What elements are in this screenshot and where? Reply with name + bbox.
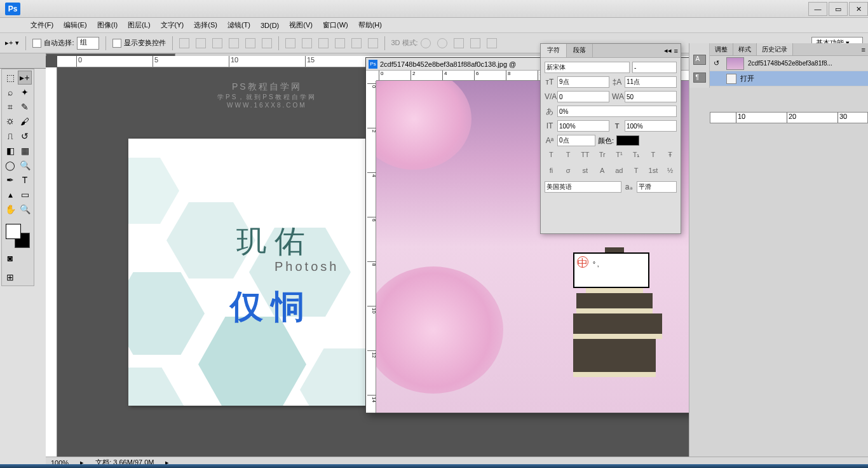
tab-character[interactable]: 字符 bbox=[541, 44, 567, 57]
stamp-tool-icon[interactable]: ⎍ bbox=[3, 129, 17, 143]
lasso-tool-icon[interactable]: ⌕ bbox=[3, 85, 17, 99]
menu-filter[interactable]: 滤镜(T) bbox=[222, 18, 255, 32]
minimize-button[interactable]: — bbox=[808, 2, 827, 16]
history-brush-tool-icon[interactable]: ↺ bbox=[18, 129, 32, 143]
pen-tool-icon[interactable]: ✒ bbox=[3, 173, 17, 187]
ot-ligatures[interactable]: fi bbox=[545, 167, 557, 177]
hscale-input[interactable] bbox=[625, 120, 677, 132]
dodge-tool-icon[interactable]: 🔍 bbox=[18, 158, 32, 172]
move-tool-icon[interactable]: ▸+ bbox=[18, 71, 32, 85]
tracking-input[interactable] bbox=[625, 91, 677, 102]
path-select-tool-icon[interactable]: ▴ bbox=[3, 188, 17, 202]
style-superscript[interactable]: T¹ bbox=[613, 151, 625, 161]
ot-ordinals[interactable]: 1st bbox=[648, 167, 659, 177]
pan-icon[interactable] bbox=[454, 38, 464, 48]
font-size-input[interactable] bbox=[557, 76, 609, 88]
history-step-open[interactable]: 打开 bbox=[710, 71, 868, 86]
tab-styles[interactable]: 样式 bbox=[733, 43, 757, 55]
tool-preset-dropdown[interactable]: ▾ bbox=[15, 39, 19, 47]
style-underline[interactable]: T bbox=[648, 151, 659, 161]
distribute-icon[interactable] bbox=[351, 38, 362, 48]
distribute-icon[interactable] bbox=[285, 38, 295, 48]
character-panel[interactable]: 字符 段落 ◂◂≡ тT ‡A V/A WA あ IT T bbox=[540, 43, 681, 234]
distribute-icon[interactable] bbox=[368, 38, 378, 48]
auto-select-checkbox[interactable] bbox=[32, 39, 41, 48]
menu-layer[interactable]: 图层(L) bbox=[123, 18, 155, 32]
panel-menu-icon[interactable]: ≡ bbox=[674, 47, 678, 55]
ot-fractions[interactable]: ½ bbox=[665, 167, 676, 177]
menu-edit[interactable]: 编辑(E) bbox=[58, 18, 92, 32]
vscale-input[interactable] bbox=[557, 120, 609, 132]
brush-tool-icon[interactable]: 🖌 bbox=[18, 114, 32, 128]
style-strikethrough[interactable]: Ŧ bbox=[665, 151, 676, 161]
quickmask-icon[interactable]: ◙ bbox=[3, 251, 17, 265]
tab-history[interactable]: 历史记录 bbox=[757, 43, 793, 55]
ot-swash[interactable]: A bbox=[597, 167, 608, 177]
align-vcenter-icon[interactable] bbox=[196, 38, 206, 48]
gradient-tool-icon[interactable]: ▦ bbox=[18, 144, 32, 158]
ot-titling[interactable]: T bbox=[630, 167, 642, 177]
distribute-icon[interactable] bbox=[318, 38, 329, 48]
auto-select-target[interactable]: 组 bbox=[77, 37, 99, 50]
char-panel-icon[interactable]: A bbox=[693, 55, 706, 65]
align-right-icon[interactable] bbox=[262, 38, 272, 48]
align-bottom-icon[interactable] bbox=[212, 38, 222, 48]
history-source[interactable]: ↺ 2cdf51748b452e8bef3a81f8... bbox=[710, 56, 868, 71]
align-top-icon[interactable] bbox=[179, 38, 189, 48]
distribute-icon[interactable] bbox=[302, 38, 312, 48]
slide-icon[interactable] bbox=[470, 38, 480, 48]
menu-help[interactable]: 帮助(H) bbox=[353, 18, 387, 32]
leading-input[interactable] bbox=[625, 76, 677, 88]
blur-tool-icon[interactable]: ◯ bbox=[3, 158, 17, 172]
ot-discretionary[interactable]: st bbox=[580, 167, 591, 177]
magic-wand-tool-icon[interactable]: ✦ bbox=[18, 85, 32, 99]
style-smallcaps[interactable]: Tr bbox=[597, 151, 608, 161]
tab-paragraph[interactable]: 段落 bbox=[567, 44, 593, 57]
marquee-tool-icon[interactable]: ⬚ bbox=[3, 71, 17, 85]
menu-select[interactable]: 选择(S) bbox=[189, 18, 222, 32]
menu-view[interactable]: 视图(V) bbox=[284, 18, 318, 32]
healing-tool-icon[interactable]: ⛭ bbox=[3, 114, 17, 128]
roll-icon[interactable] bbox=[437, 38, 447, 48]
close-button[interactable]: ✕ bbox=[849, 2, 868, 16]
maximize-button[interactable]: ▭ bbox=[829, 2, 848, 16]
style-bold[interactable]: T bbox=[545, 151, 557, 161]
para-panel-icon[interactable]: ¶ bbox=[693, 72, 706, 83]
tsume-input[interactable] bbox=[557, 106, 677, 117]
collapse-icon[interactable]: ◂◂ bbox=[664, 46, 672, 55]
distribute-icon[interactable] bbox=[335, 38, 345, 48]
align-hcenter-icon[interactable] bbox=[245, 38, 255, 48]
eraser-tool-icon[interactable]: ◧ bbox=[3, 144, 17, 158]
type-tool-icon[interactable]: T bbox=[18, 173, 32, 187]
foreground-color[interactable] bbox=[6, 224, 21, 239]
align-left-icon[interactable] bbox=[229, 38, 239, 48]
menu-file[interactable]: 文件(F) bbox=[25, 18, 58, 32]
baseline-input[interactable] bbox=[557, 135, 595, 146]
dock-ruler[interactable]: 10 20 30 bbox=[710, 112, 868, 123]
panel-menu-icon[interactable]: ≡ bbox=[862, 46, 865, 53]
style-subscript[interactable]: T₁ bbox=[630, 151, 642, 161]
zoom-tool-icon[interactable]: 🔍 bbox=[18, 202, 32, 216]
style-italic[interactable]: T bbox=[562, 151, 574, 161]
ruler-vertical[interactable] bbox=[46, 67, 57, 457]
ot-stylistic[interactable]: ad bbox=[613, 167, 625, 177]
menu-3d[interactable]: 3D(D) bbox=[255, 20, 284, 31]
menu-window[interactable]: 窗口(W) bbox=[318, 18, 353, 32]
shape-tool-icon[interactable]: ▭ bbox=[18, 188, 32, 202]
font-style-input[interactable] bbox=[632, 62, 677, 73]
menu-type[interactable]: 文字(Y) bbox=[156, 18, 189, 32]
hand-tool-icon[interactable]: ✋ bbox=[3, 202, 17, 216]
language-select[interactable] bbox=[545, 181, 621, 193]
ot-contextual[interactable]: σ bbox=[562, 167, 574, 177]
eyedropper-tool-icon[interactable]: ✎ bbox=[18, 100, 32, 114]
menu-image[interactable]: 图像(I) bbox=[92, 18, 123, 32]
zoom-3d-icon[interactable] bbox=[487, 38, 497, 48]
font-family-input[interactable] bbox=[545, 62, 630, 73]
floating-ruler-v[interactable]: 02 46 810 1214 bbox=[366, 81, 376, 413]
kerning-input[interactable] bbox=[557, 91, 609, 102]
show-transform-checkbox[interactable] bbox=[112, 39, 121, 48]
screen-mode-icon[interactable]: ⊞ bbox=[3, 270, 17, 284]
document-canvas[interactable]: 玑 佑 Photosh 仅 恫 bbox=[128, 139, 370, 406]
style-allcaps[interactable]: TT bbox=[580, 151, 591, 161]
orbit-icon[interactable] bbox=[421, 38, 431, 48]
